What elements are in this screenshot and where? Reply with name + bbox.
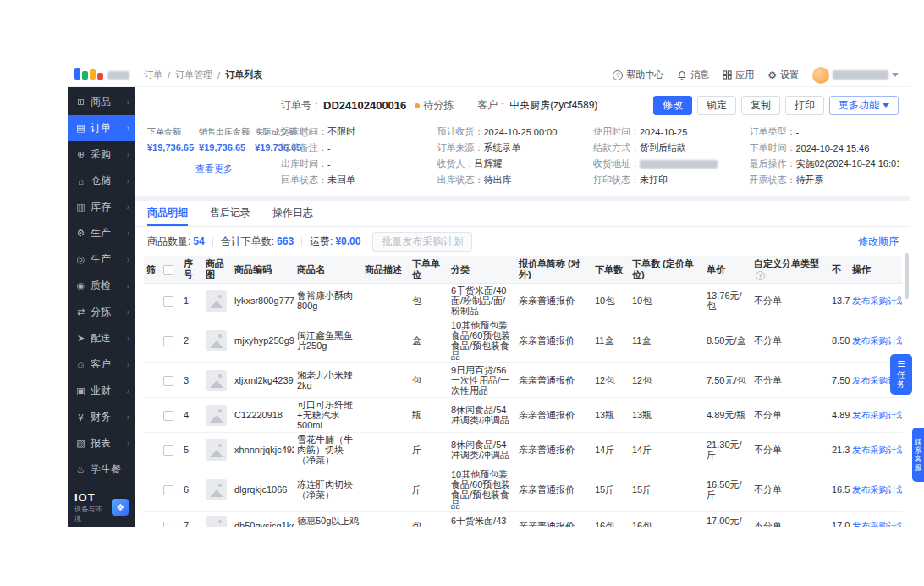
product-image-placeholder[interactable]: [206, 405, 227, 426]
settings-link[interactable]: ⚙ 设置: [767, 69, 799, 81]
row-select-cell: [161, 284, 181, 318]
split-type: 不分单: [751, 398, 829, 433]
field-value: 待开票: [796, 174, 824, 186]
order-info-grid: 运营时间：不限时订单备注：-出库时间：-回单状态：未回单结款状态：待申请结款自定…: [281, 125, 899, 189]
tab-product-detail[interactable]: 商品明细: [147, 201, 188, 226]
stat-label: 下单金额: [147, 126, 194, 138]
row-filter-cell: [144, 318, 161, 363]
lock-button[interactable]: 锁定: [697, 96, 736, 115]
sidebar-item-finance[interactable]: ¥ 财务 ›: [68, 404, 135, 430]
more-actions-button[interactable]: 更多功能: [829, 96, 899, 115]
tab-operation-log[interactable]: 操作日志: [272, 201, 313, 226]
publish-purchase-plan-link[interactable]: 发布采购计划: [852, 410, 902, 420]
messages-label: 消息: [690, 69, 709, 81]
publish-purchase-plan-link[interactable]: 发布采购计划: [852, 445, 902, 455]
breadcrumb-orders[interactable]: 订单: [144, 69, 162, 81]
sidebar-item-goods[interactable]: ⊞ 商品 ›: [68, 89, 135, 115]
row-actions-cell: 发布采购计划: [850, 433, 902, 467]
contact-service-floating-button[interactable]: 联系客服: [912, 428, 924, 482]
product-image-placeholder[interactable]: [206, 440, 227, 461]
sidebar-item-student-meal[interactable]: ♨ 学生餐 ›: [68, 456, 135, 483]
gear-icon: ⚙: [767, 70, 777, 80]
order-qty: 16包: [592, 512, 630, 528]
order-field: 结款方式：货到后结款: [593, 141, 743, 154]
task-floating-button[interactable]: ☰ 任务: [890, 354, 912, 395]
apps-link[interactable]: 应用: [723, 69, 754, 81]
row-index: 6: [181, 467, 203, 512]
col-unit: 下单单位: [410, 256, 448, 284]
col-select: [161, 256, 181, 284]
row-index: 3: [181, 363, 203, 398]
sidebar-item-icon: ▣: [75, 385, 86, 396]
quote-sheet-name: 亲亲普通报价: [516, 363, 592, 398]
sidebar-item-production[interactable]: ⚙ 生产 ›: [68, 220, 135, 246]
sidebar-item-icon: ➤: [75, 333, 86, 344]
product-name: 雪花牛腩（牛肉筋）切块（净菜）: [294, 433, 362, 467]
chevron-down-icon: [883, 103, 889, 108]
row-checkbox[interactable]: [163, 296, 173, 307]
row-checkbox[interactable]: [163, 522, 173, 527]
row-checkbox[interactable]: [163, 445, 173, 456]
order-qty: 14斤: [592, 433, 630, 467]
user-menu[interactable]: [812, 67, 899, 84]
help-icon[interactable]: ?: [756, 271, 765, 280]
product-name: 湘老九小米辣2kg: [294, 363, 362, 398]
product-table: 筛 序号 商品图 商品编码 商品名 商品描述 下单单位 分类 报价单简称 (对外…: [144, 256, 902, 527]
sidebar-item-icon: ▧: [75, 438, 86, 449]
publish-purchase-plan-link[interactable]: 发布采购计划: [852, 335, 902, 346]
order-info-column: 订单类型：-下单时间：2024-10-24 15:46最后操作：实施02(202…: [750, 125, 899, 189]
publish-purchase-plan-link[interactable]: 发布采购计划: [852, 296, 902, 306]
product-image-placeholder[interactable]: [206, 290, 227, 312]
view-more-link[interactable]: 查看更多: [147, 163, 281, 175]
product-image-placeholder[interactable]: [206, 330, 227, 351]
sidebar-item-purchase[interactable]: ⊕ 采购 ›: [68, 141, 135, 168]
row-checkbox[interactable]: [163, 376, 173, 386]
row-checkbox[interactable]: [163, 411, 173, 421]
question-circle-icon: ?: [613, 70, 623, 80]
publish-purchase-plan-link[interactable]: 发布采购计划: [852, 521, 902, 527]
row-checkbox[interactable]: [163, 485, 173, 495]
sidebar-item-customers[interactable]: ☺ 客户 ›: [68, 351, 135, 378]
reorder-link[interactable]: 修改顺序: [858, 235, 899, 249]
tab-aftersale-records[interactable]: 售后记录: [210, 201, 250, 226]
product-desc: [362, 284, 410, 318]
sidebar-item-iot[interactable]: IOT 设备与环境 ❖: [68, 488, 135, 527]
field-value: 2024-10-25: [640, 127, 687, 137]
sidebar-item-orders[interactable]: ▤ 订单 ›: [68, 115, 135, 141]
sidebar-item-production-2[interactable]: ◎ 生产 ›: [68, 246, 135, 273]
unit-price: 13.76元/包: [704, 284, 751, 318]
product-name: 鲁裕康小酥肉800g: [294, 284, 362, 318]
sidebar-item-delivery[interactable]: ➤ 配送 ›: [68, 325, 135, 351]
sidebar-item-inventory[interactable]: ▥ 库存 ›: [68, 194, 135, 220]
order-header: 订单号： DD24102400016 待分拣 客户： 中央厨房(zycf4589…: [281, 96, 899, 115]
order-summary-card: 下单金额 ¥19,736.65 销售出库金额 ¥19,736.65 实际成交额?…: [135, 87, 910, 196]
order-no: DD24102400016: [323, 99, 406, 112]
copy-button[interactable]: 复制: [741, 96, 780, 115]
help-center-link[interactable]: ? 帮助中心: [613, 69, 663, 81]
edit-button[interactable]: 修改: [653, 96, 692, 115]
sidebar-item-business-finance[interactable]: ▣ 业财 ›: [68, 378, 135, 404]
table-wrap: 筛 序号 商品图 商品编码 商品名 商品描述 下单单位 分类 报价单简称 (对外…: [135, 256, 910, 527]
sidebar-item-sorting[interactable]: ⇄ 分拣 ›: [68, 299, 135, 325]
product-image-placeholder[interactable]: [206, 370, 227, 391]
row-image-cell: [203, 398, 232, 433]
product-image-placeholder[interactable]: [206, 479, 227, 500]
sidebar-item-icon: ⚙: [75, 228, 86, 239]
sidebar-item-reports[interactable]: ▧ 报表 ›: [68, 430, 135, 456]
row-checkbox[interactable]: [163, 336, 173, 346]
publish-purchase-plan-link[interactable]: 发布采购计划: [852, 484, 902, 495]
app-logo[interactable]: [68, 68, 135, 83]
field-label: 结款方式：: [593, 141, 640, 154]
batch-publish-purchase-plan-button[interactable]: 批量发布采购计划: [372, 232, 472, 252]
select-all-checkbox[interactable]: [163, 265, 173, 275]
breadcrumb-order-management[interactable]: 订单管理: [175, 69, 212, 81]
sidebar-item-warehouse[interactable]: ⌂ 仓储 ›: [68, 168, 135, 194]
table-scrollbar-thumb[interactable]: [905, 253, 909, 299]
messages-link[interactable]: 消息: [677, 69, 709, 81]
product-image-placeholder[interactable]: [206, 516, 227, 528]
order-info-column: 运营时间：不限时订单备注：-出库时间：-回单状态：未回单结款状态：待申请结款自定…: [281, 125, 431, 189]
field-label: 打印状态：: [593, 174, 640, 186]
chevron-down-icon: [892, 73, 899, 77]
sidebar-item-quality[interactable]: ◉ 质检 ›: [68, 273, 135, 299]
print-button[interactable]: 打印: [785, 96, 824, 115]
